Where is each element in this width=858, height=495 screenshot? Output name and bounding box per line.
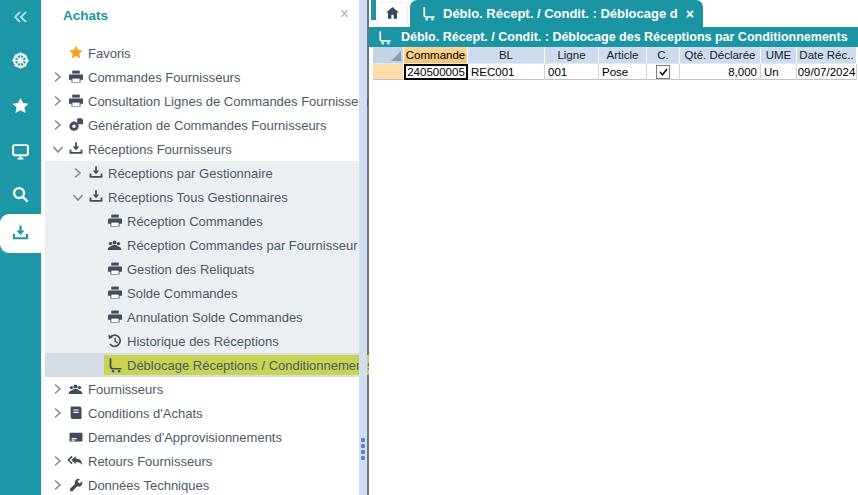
sidebar-item-reception-commandes[interactable]: Réception Commandes <box>45 209 359 233</box>
sidebar-panel: Achats × Favoris Commandes Fournisseurs … <box>41 0 369 495</box>
inbox-icon <box>86 189 105 205</box>
sidebar-item-receptions-tous-gestionnaires[interactable]: Réceptions Tous Gestionnaires <box>45 185 359 209</box>
tab-close-button[interactable]: × <box>686 6 694 22</box>
row-selector-cell[interactable] <box>373 64 404 80</box>
tab-deblocage-receptions[interactable]: Déblo. Récept. / Condit. : Déblocage des… <box>410 0 703 27</box>
inbox-download-icon <box>11 224 30 243</box>
modules-button[interactable] <box>0 42 41 78</box>
column-header-bl[interactable]: BL <box>468 47 545 64</box>
chevron-right-icon[interactable] <box>49 381 66 397</box>
sidebar-item-commandes-fournisseurs[interactable]: Commandes Fournisseurs <box>45 65 359 89</box>
checkbox[interactable] <box>656 65 670 79</box>
column-header-ligne[interactable]: Ligne <box>545 47 599 64</box>
hand-truck-icon <box>376 30 392 45</box>
card-icon <box>66 429 85 445</box>
sidebar-title: Achats <box>63 8 108 23</box>
sidebar-close-button[interactable]: × <box>340 6 349 22</box>
sidebar-item-label: Favoris <box>88 46 131 61</box>
cell-qte-declaree[interactable]: 8,000 <box>680 64 761 80</box>
chevron-right-icon[interactable] <box>49 69 66 85</box>
sidebar-item-donnees-techniques[interactable]: Données Techniques <box>45 473 359 495</box>
sidebar-item-reception-commandes-par-fournisseur[interactable]: Réception Commandes par Fournisseur <box>45 233 359 257</box>
chevron-down-icon[interactable] <box>69 189 86 205</box>
chevron-right-icon[interactable] <box>49 477 66 493</box>
sidebar-item-label: Déblocage Réceptions / Conditionnements <box>127 358 373 373</box>
column-header-ume[interactable]: UME <box>761 47 797 64</box>
sidebar-item-gestion-des-reliquats[interactable]: Gestion des Reliquats <box>45 257 359 281</box>
sidebar-item-conditions-achats[interactable]: Conditions d'Achats <box>45 401 359 425</box>
cell-ume[interactable]: Un <box>761 64 797 80</box>
cell-bl[interactable]: REC001 <box>468 64 545 80</box>
tab-bar: Déblo. Récept. / Condit. : Déblocage des… <box>369 0 858 27</box>
grid-select-all-corner[interactable] <box>373 47 404 64</box>
return-arrows-icon <box>66 453 85 469</box>
sidebar-item-label: Réception Commandes <box>127 214 263 229</box>
home-icon <box>385 6 400 24</box>
chevrons-left-icon <box>12 10 29 24</box>
chevron-down-icon[interactable] <box>49 141 66 157</box>
receptions-grid: Commande BL Ligne Article C. Qté. Déclar… <box>373 47 857 80</box>
chevron-right-icon[interactable] <box>49 453 66 469</box>
chevron-right-icon[interactable] <box>49 93 66 109</box>
sidebar-item-label: Conditions d'Achats <box>88 406 203 421</box>
receptions-module-button[interactable] <box>0 214 41 253</box>
chevron-right-icon[interactable] <box>49 117 66 133</box>
sidebar-header: Achats × <box>41 0 367 34</box>
cell-commande[interactable]: 240500005 <box>404 64 468 80</box>
sidebar-item-consultation-lignes[interactable]: Consultation Lignes de Commandes Fournis… <box>45 89 359 113</box>
cell-ligne[interactable]: 001 <box>545 64 599 80</box>
sidebar-item-receptions-par-gestionnaire[interactable]: Réceptions par Gestionnaire <box>45 161 359 185</box>
generate-orders-icon <box>66 117 85 133</box>
content-title: Déblo. Récept. / Condit. : Déblocage des… <box>401 30 848 44</box>
sidebar-item-favoris[interactable]: Favoris <box>45 41 359 65</box>
favorite-star-icon <box>66 45 85 61</box>
sidebar-item-label: Commandes Fournisseurs <box>88 70 240 85</box>
cell-article[interactable]: Pose <box>599 64 647 80</box>
favorites-button[interactable] <box>0 88 41 124</box>
book-icon <box>66 405 85 421</box>
search-button[interactable] <box>0 176 41 212</box>
chevron-right-icon[interactable] <box>69 165 86 181</box>
tab-home[interactable] <box>377 2 408 27</box>
sidebar-item-receptions-fournisseurs[interactable]: Réceptions Fournisseurs <box>45 137 359 161</box>
sidebar-item-fournisseurs[interactable]: Fournisseurs <box>45 377 359 401</box>
collapse-sidebar-button[interactable] <box>0 4 41 30</box>
sidebar-splitter[interactable] <box>359 0 367 495</box>
cell-date-rec[interactable]: 09/07/2024 <box>797 64 857 80</box>
wrench-icon <box>66 477 85 493</box>
column-header-qte-declaree[interactable]: Qté. Déclarée <box>680 47 761 64</box>
sidebar-item-label: Fournisseurs <box>88 382 163 397</box>
tabbar-left-edge <box>371 0 376 20</box>
corner-triangle-icon <box>391 51 401 61</box>
sidebar-item-label: Demandes d'Approvisionnements <box>88 430 282 445</box>
column-header-article[interactable]: Article <box>599 47 647 64</box>
sidebar-item-solde-commandes[interactable]: Solde Commandes <box>45 281 359 305</box>
sidebar-item-retours-fournisseurs[interactable]: Retours Fournisseurs <box>45 449 359 473</box>
sidebar-item-generation-commandes[interactable]: Génération de Commandes Fournisseurs <box>45 113 359 137</box>
sidebar-item-label: Génération de Commandes Fournisseurs <box>88 118 326 133</box>
people-icon <box>105 237 124 253</box>
printer-icon <box>105 213 124 229</box>
tab-label: Déblo. Récept. / Condit. : Déblocage des… <box>443 6 678 21</box>
chevron-right-icon[interactable] <box>49 405 66 421</box>
printer-icon <box>66 93 85 109</box>
workstation-button[interactable] <box>0 133 41 169</box>
column-header-commande[interactable]: Commande <box>404 47 468 64</box>
sidebar-tree: Favoris Commandes Fournisseurs Consultat… <box>45 41 359 495</box>
column-header-date-rec[interactable]: Date Réc.. <box>797 47 857 64</box>
sidebar-item-annulation-solde-commandes[interactable]: Annulation Solde Commandes <box>45 305 359 329</box>
sidebar-item-label: Historique des Réceptions <box>127 334 279 349</box>
sidebar-item-demandes-approvisionnements[interactable]: Demandes d'Approvisionnements <box>45 425 359 449</box>
sidebar-item-label: Annulation Solde Commandes <box>127 310 303 325</box>
content-header: Déblo. Récept. / Condit. : Déblocage des… <box>369 27 858 47</box>
sidebar-item-label: Gestion des Reliquats <box>127 262 254 277</box>
hand-truck-icon <box>105 357 124 373</box>
sidebar-item-deblocage-receptions-conditionnements[interactable]: Déblocage Réceptions / Conditionnements <box>45 353 359 377</box>
sidebar-item-label: Réceptions par Gestionnaire <box>108 166 273 181</box>
column-header-c[interactable]: C. <box>647 47 680 64</box>
inbox-icon <box>86 165 105 181</box>
sidebar-item-historique-des-receptions[interactable]: Historique des Réceptions <box>45 329 359 353</box>
sidebar-item-label: Données Techniques <box>88 478 209 493</box>
sidebar-item-label: Réceptions Fournisseurs <box>88 142 232 157</box>
sidebar-item-label: Solde Commandes <box>127 286 238 301</box>
